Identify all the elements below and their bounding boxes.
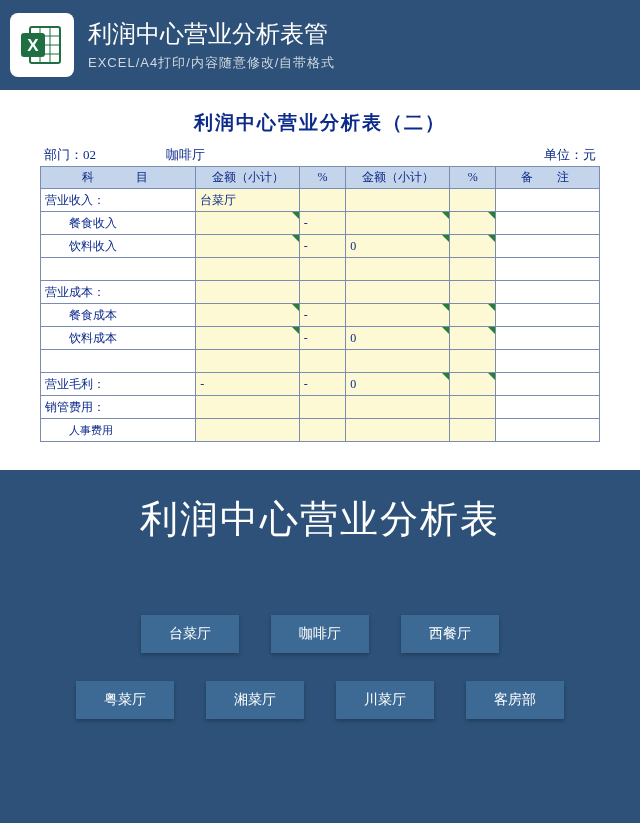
meta-row: 部门：02 咖啡厅 单位：元 xyxy=(40,146,600,164)
svg-text:X: X xyxy=(27,36,39,55)
table-row: 餐食成本 - xyxy=(41,304,600,327)
nav-button-western[interactable]: 西餐厅 xyxy=(401,615,499,653)
excel-icon: X xyxy=(10,13,74,77)
dept-label: 部门：02 xyxy=(44,146,96,164)
nav-button-yue[interactable]: 粤菜厅 xyxy=(76,681,174,719)
page-subtitle: EXCEL/A4打印/内容随意修改/自带格式 xyxy=(88,54,335,72)
nav-button-chuan[interactable]: 川菜厅 xyxy=(336,681,434,719)
table-row: 营业毛利： - - 0 xyxy=(41,373,600,396)
dept-name: 咖啡厅 xyxy=(166,146,205,164)
page-title: 利润中心营业分析表管 xyxy=(88,18,335,50)
table-row: 营业成本： xyxy=(41,281,600,304)
th-pct-1: % xyxy=(299,167,346,189)
table-row: 饮料收入 - 0 xyxy=(41,235,600,258)
sheet-title: 利润中心营业分析表（二） xyxy=(40,110,600,136)
table-row xyxy=(41,258,600,281)
table-row: 销管费用： xyxy=(41,396,600,419)
nav-button-coffee[interactable]: 咖啡厅 xyxy=(271,615,369,653)
table-row: 营业收入： 台菜厅 xyxy=(41,189,600,212)
table-row: 餐食收入 - xyxy=(41,212,600,235)
spreadsheet-preview: 利润中心营业分析表（二） 部门：02 咖啡厅 单位：元 科 目 金额（小计） %… xyxy=(0,90,640,470)
nav-title: 利润中心营业分析表 xyxy=(0,494,640,545)
table-row: 人事费用 xyxy=(41,419,600,442)
nav-panel: 利润中心营业分析表 台菜厅 咖啡厅 西餐厅 粤菜厅 湘菜厅 川菜厅 客房部 xyxy=(0,470,640,823)
analysis-table: 科 目 金额（小计） % 金额（小计） % 备 注 营业收入： 台菜厅 餐食收入… xyxy=(40,166,600,442)
th-note: 备 注 xyxy=(496,167,600,189)
th-amount-2: 金额（小计） xyxy=(346,167,450,189)
th-subject: 科 目 xyxy=(41,167,196,189)
th-pct-2: % xyxy=(449,167,496,189)
nav-button-xiang[interactable]: 湘菜厅 xyxy=(206,681,304,719)
header-bar: X 利润中心营业分析表管 EXCEL/A4打印/内容随意修改/自带格式 xyxy=(0,0,640,90)
nav-button-tai[interactable]: 台菜厅 xyxy=(141,615,239,653)
table-row xyxy=(41,350,600,373)
table-row: 饮料成本 - 0 xyxy=(41,327,600,350)
th-amount-1: 金额（小计） xyxy=(196,167,300,189)
unit-label: 单位：元 xyxy=(544,146,596,164)
nav-button-room[interactable]: 客房部 xyxy=(466,681,564,719)
